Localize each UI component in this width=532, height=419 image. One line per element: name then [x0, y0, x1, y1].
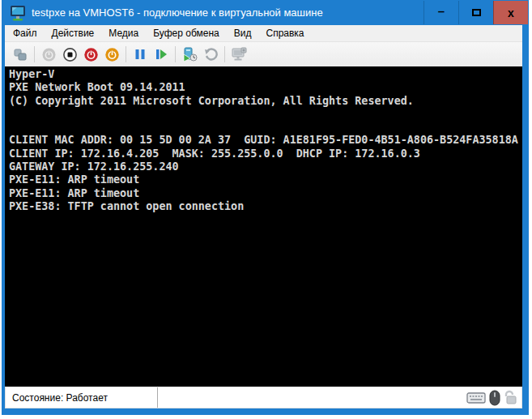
minimize-icon: –: [438, 7, 445, 15]
close-icon: x: [508, 6, 514, 19]
turn-off-button[interactable]: [60, 45, 79, 64]
console-line: (C) Copyright 2011 Microsoft Corporation…: [9, 95, 522, 108]
pause-icon: [133, 47, 147, 62]
console-line: PXE-E11: ARP timeout: [9, 173, 522, 186]
toolbar-separator: [175, 46, 176, 62]
vmconnect-window: testpxe на VMHOST6 - подключение к вирту…: [2, 0, 529, 415]
toolbar-separator: [34, 46, 35, 62]
checkpoint-icon: [181, 46, 198, 62]
ctrl-alt-del-icon: [13, 47, 28, 62]
unlock-icon: [504, 390, 517, 405]
reset-icon: [154, 47, 168, 62]
menu-help[interactable]: Справка: [258, 25, 311, 41]
vm-console-screen[interactable]: Hyper-V PXE Network Boot 09.14.2011 (C) …: [5, 66, 522, 387]
virtual-machine-icon: [10, 5, 26, 21]
console-line: Hyper-V: [9, 68, 522, 81]
revert-icon: [203, 47, 219, 62]
console-line: [9, 121, 522, 134]
start-icon: [41, 47, 57, 62]
checkpoint-button[interactable]: [180, 45, 199, 64]
menu-action[interactable]: Действие: [45, 25, 102, 41]
console-line: [9, 108, 522, 121]
menu-file[interactable]: Файл: [5, 25, 45, 41]
keyboard-icon: [466, 391, 486, 404]
menu-media[interactable]: Медиа: [101, 25, 146, 41]
maximize-icon: [472, 9, 481, 16]
title-bar[interactable]: testpxe на VMHOST6 - подключение к вирту…: [2, 0, 529, 25]
turn-off-icon: [62, 47, 78, 62]
menu-view[interactable]: Вид: [227, 25, 259, 41]
enhanced-session-button[interactable]: [229, 45, 249, 64]
enhanced-session-icon: [231, 46, 247, 62]
minimize-button[interactable]: –: [423, 1, 458, 24]
menu-clipboard[interactable]: Буфер обмена: [146, 25, 227, 41]
console-line: PXE-E38: TFTP cannot open connection: [9, 200, 522, 213]
toolbar-separator: [126, 46, 126, 62]
console-line: CLIENT IP: 172.16.4.205 MASK: 255.255.0.…: [9, 148, 522, 160]
vm-state-label: Состояние: Работает: [12, 392, 108, 404]
save-button[interactable]: [102, 45, 121, 64]
console-line: CLIENT MAC ADDR: 00 15 5D 00 2A 37 GUID:…: [9, 134, 522, 147]
menu-bar: Файл Действие Медиа Буфер обмена Вид Спр…: [5, 25, 522, 42]
close-button[interactable]: x: [493, 1, 528, 24]
start-button[interactable]: [39, 45, 58, 64]
console-line: PXE-E11: ARP timeout: [9, 187, 522, 200]
shutdown-button[interactable]: [81, 45, 100, 64]
reset-button[interactable]: [151, 45, 171, 64]
window-title: testpxe на VMHOST6 - подключение к вирту…: [32, 6, 323, 19]
console-line: PXE Network Boot 09.14.2011: [9, 81, 522, 94]
revert-button[interactable]: [201, 45, 220, 64]
status-pane: Состояние: Работает: [6, 387, 158, 408]
toolbar: [5, 42, 522, 66]
mouse-icon: [489, 390, 500, 406]
shutdown-icon: [83, 47, 99, 62]
ctrl-alt-del-button[interactable]: [11, 45, 30, 64]
toolbar-separator: [224, 46, 225, 62]
save-icon: [104, 47, 120, 62]
status-bar: Состояние: Работает: [5, 387, 522, 408]
console-line: GATEWAY IP: 172.16.255.240: [9, 160, 522, 173]
maximize-button[interactable]: [458, 1, 493, 24]
pause-button[interactable]: [130, 45, 150, 64]
